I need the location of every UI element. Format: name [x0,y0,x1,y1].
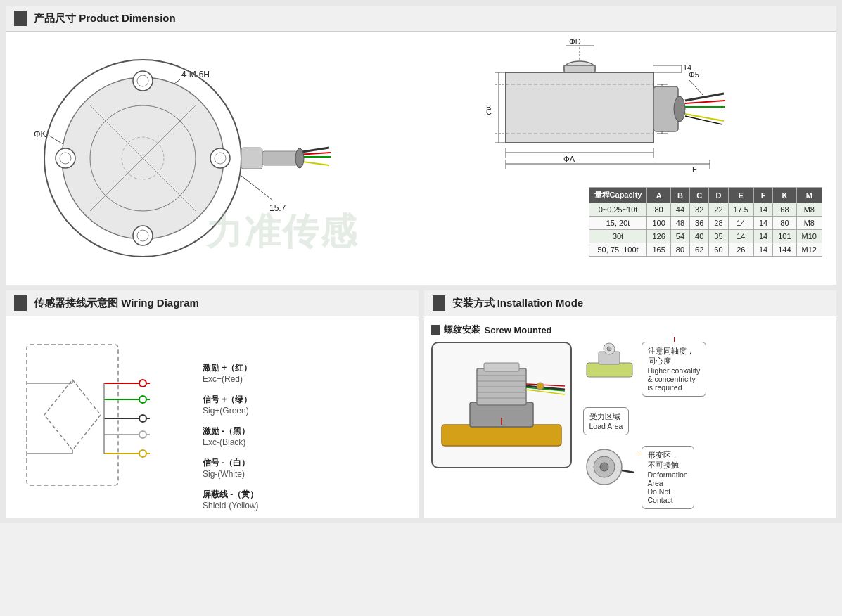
coaxial-note-en: Higher coaxality& concentricityis requir… [648,366,701,392]
table-header-a: A [647,188,670,203]
coaxial-svg [583,342,636,387]
svg-line-57 [689,79,703,95]
svg-point-99 [537,383,544,390]
product-dimension-title: 产品尺寸 Product Dimension [34,12,176,25]
svg-text:ΦD: ΦD [569,39,581,46]
table-cell: 15, 20t [589,217,647,230]
table-cell: 36 [690,217,709,230]
front-view-svg: ΦK 4-M-6H [13,39,336,271]
page-wrapper: 产品尺寸 Product Dimension ΦK 4-M-6H [0,0,842,523]
table-cell: 14 [753,203,772,217]
deformation-note-zh: 形变区，不可接触 [648,451,688,470]
bottom-section: 传感器接线示意图 Wiring Diagram [6,290,836,518]
svg-point-14 [210,148,230,168]
svg-rect-89 [484,363,519,371]
deform-arrow-line [637,454,642,454]
svg-line-108 [622,470,634,473]
wire-shield: 屏蔽线 -（黄） Shield-(Yellow) [203,489,259,511]
side-view-diagram: ΦD B C [428,39,830,278]
table-cell: M10 [796,230,822,243]
table-cell: 50, 75, 100t [589,243,647,257]
wiring-svg [13,323,196,506]
wire-sig-minus-zh: 信号 -（白） [203,457,259,469]
svg-point-77 [139,396,146,403]
table-cell: 35 [709,230,728,243]
svg-point-78 [139,415,146,422]
svg-text:ΦA: ΦA [563,155,575,163]
wiring-title: 传感器接线示意图 Wiring Diagram [34,297,199,310]
wire-shield-en: Shield-(Yellow) [203,501,259,511]
table-cell: 44 [670,203,689,217]
deformation-svg [583,446,636,492]
install-panel: 安装方式 Installation Mode 螺纹安装 Screw Mounte… [424,290,837,518]
wire-exc-minus-zh: 激励 -（黑） [203,425,259,437]
svg-line-63 [685,94,724,101]
load-area-note-box: 受力区域 Load Area [583,407,630,435]
svg-rect-18 [241,148,262,169]
table-cell: 14 [728,217,753,230]
product-dimension-section: 产品尺寸 Product Dimension ΦK 4-M-6H [6,6,836,285]
table-cell: 101 [773,230,796,243]
load-area-note-zh: 受力区域 [589,412,623,422]
table-cell: 28 [709,217,728,230]
table-cell: 60 [709,243,728,257]
install-row: 注意同轴度，同心度 Higher coaxality& concentricit… [431,342,830,509]
deformation-note-en: DeformationAreaDo NotContact [648,470,688,504]
wire-labels: 激励 +（红） Exc+(Red) 信号 +（绿） Sig+(Green) 激励… [203,323,259,511]
table-header-b: B [670,188,689,203]
svg-line-66 [685,110,725,114]
svg-rect-33 [506,72,653,143]
svg-rect-86 [442,425,561,446]
deformation-note-box: 形变区，不可接触 DeformationAreaDo NotContact [642,446,694,509]
svg-text:Φ5: Φ5 [689,70,699,79]
coaxial-note-box: 注意同轴度，同心度 Higher coaxality& concentricit… [642,342,707,397]
svg-rect-19 [262,151,298,165]
install-content: 螺纹安装 Screw Mounted [424,316,837,516]
wiring-bar-icon [14,295,27,311]
table-cell: M12 [796,243,822,257]
table-cell: 62 [690,243,709,257]
svg-point-10 [133,226,153,245]
table-header-k: K [773,188,796,203]
side-view-svg: ΦD B C [428,39,794,179]
svg-marker-70 [44,380,101,450]
table-cell: 100 [647,217,670,230]
top-content: ΦK 4-M-6H [6,32,836,285]
svg-text:ΦK: ΦK [34,129,46,139]
wire-sig-minus: 信号 -（白） Sig-(White) [203,457,259,479]
install-notes: 注意同轴度，同心度 Higher coaxality& concentricit… [583,342,830,509]
table-cell: 30t [589,230,647,243]
svg-text:15.7: 15.7 [269,203,286,213]
svg-line-64 [685,101,725,103]
section-bar-icon [14,11,27,26]
wire-exc-minus: 激励 -（黑） Exc-(Black) [203,425,259,447]
screw-mounted-svg [435,347,568,463]
table-cell: 14 [753,217,772,230]
table-cell: 14 [728,230,753,243]
product-dimension-header: 产品尺寸 Product Dimension [6,6,836,32]
table-cell: 22 [709,203,728,217]
wiring-header: 传感器接线示意图 Wiring Diagram [6,290,419,316]
deformation-note-row: 形变区，不可接触 DeformationAreaDo NotContact [583,446,830,509]
screw-title-zh: 螺纹安装 [444,323,480,336]
table-cell: 26 [728,243,753,257]
install-title: 安装方式 Installation Mode [452,297,584,310]
table-cell: 17.5 [728,203,753,217]
table-header-capacity: 量程Capacity [589,188,647,203]
table-cell: 14 [753,243,772,257]
svg-point-76 [139,380,146,387]
svg-point-79 [139,431,146,438]
screw-title-en: Screw Mounted [485,325,552,335]
svg-point-80 [139,450,146,457]
dimension-table: 量程Capacity A B C D E F K M 0~0.25~10t804… [589,187,822,257]
screw-mounted-illustration [431,342,572,468]
wire-shield-zh: 屏蔽线 -（黄） [203,489,259,501]
svg-point-12 [56,148,75,168]
svg-point-107 [600,463,608,471]
install-header: 安装方式 Installation Mode [424,290,837,316]
table-cell: 80 [773,217,796,230]
svg-point-104 [607,347,611,351]
table-header-e: E [728,188,753,203]
wire-sig-plus-en: Sig+(Green) [203,406,259,416]
wire-exc-plus-en: Exc+(Red) [203,374,259,384]
